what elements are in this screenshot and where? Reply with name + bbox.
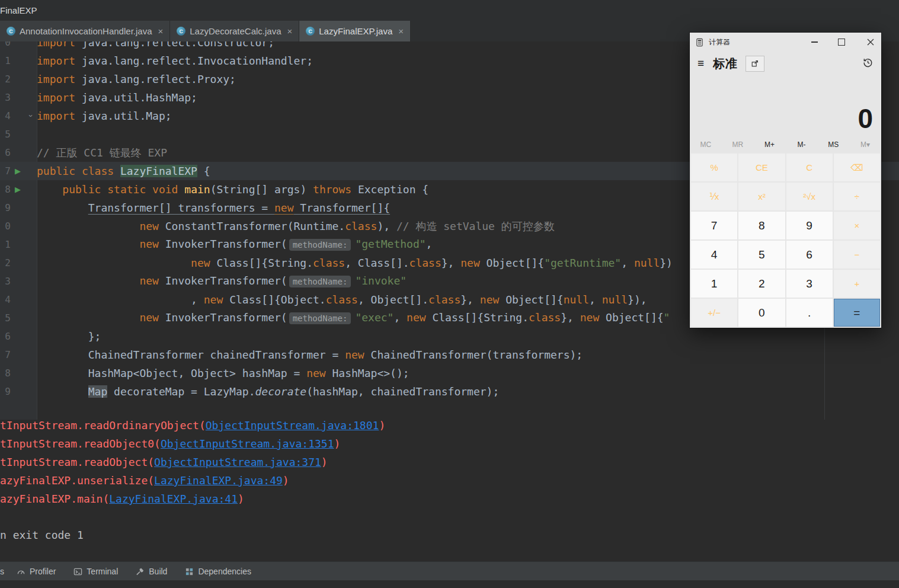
code-token: , [621,257,634,269]
code-token: void [152,183,178,196]
status-bar-strip [0,580,899,588]
code-token: import [37,91,75,104]
code-token: new [480,293,500,306]
code-token: }), [628,293,647,306]
code-line[interactable]: 8 HashMap<Object, Object> hashMap = new … [0,364,899,382]
tab-lazy-final-exp[interactable]: C LazyFinalEXP.java × [299,21,411,41]
stack-trace-line: azyFinalEXP.main(LazyFinalEXP.java:41) [0,490,899,508]
java-class-icon: C [177,27,185,36]
toolwindow-dependencies[interactable]: Dependencies [185,567,251,576]
gutter-icons [11,254,37,272]
code-token: static [107,183,146,196]
calc-key[interactable]: + [834,270,880,298]
calc-key[interactable]: 6 [786,241,833,269]
toolwindow-profiler[interactable]: Profiler [17,567,56,576]
keep-on-top-icon [751,59,759,68]
dependencies-icon [185,567,194,576]
code-token: Transformer[]{ [294,202,391,214]
memory-button[interactable]: MS [817,140,849,149]
menu-icon[interactable]: ≡ [698,57,704,70]
stack-file-link[interactable]: ObjectInputStream.java:1801 [206,420,379,432]
keep-on-top-button[interactable] [746,56,764,72]
code-text: , new Class[]{Object.class, Object[].cla… [37,290,647,309]
calculator-titlebar[interactable]: 计算器 [690,33,881,52]
memory-button[interactable]: M- [785,140,817,149]
close-tab-icon[interactable]: × [158,26,164,36]
calc-key[interactable]: +/− [691,299,737,327]
code-token: // 构造 setValue 的可控参数 [396,220,555,232]
code-token: " [664,311,670,324]
window-title: FinalEXP [0,5,37,15]
gutter-icons: › [11,107,37,125]
code-token: Exception { [351,183,428,196]
code-line[interactable]: 9 Map decorateMap = LazyMap.decorate(has… [0,382,899,401]
gutter-icons [11,382,37,401]
run-icon[interactable]: ▶ [15,180,21,199]
code-token: import [37,55,75,67]
stack-file-link[interactable]: LazyFinalEXP.java:41 [109,493,238,505]
code-token: , Object[]. [358,293,428,306]
stack-file-link[interactable]: LazyFinalEXP.java:49 [154,474,283,487]
code-token: import [37,73,75,85]
stack-file-link[interactable]: ObjectInputStream.java:371 [154,456,321,468]
minimize-button[interactable] [801,33,828,52]
close-button[interactable] [855,33,881,52]
calc-key[interactable]: % [691,154,737,181]
gutter-icons [11,88,37,107]
code-line[interactable]: 6 }; [0,327,899,346]
stack-file-link[interactable]: ObjectInputStream.java:1351 [161,437,334,450]
tab-lazy-decorate-calc[interactable]: C LazyDecorateCalc.java × [170,21,299,41]
calc-key[interactable]: 5 [738,241,785,269]
calc-key[interactable]: ⌫ [834,154,880,181]
calc-key[interactable]: 3 [786,270,833,298]
close-tab-icon[interactable]: × [398,26,404,36]
calc-key[interactable]: 7 [691,212,737,239]
code-token: ChainedTransformer(transformers); [364,349,583,361]
history-button[interactable] [863,57,873,70]
close-tab-icon[interactable]: × [287,26,293,36]
calc-key[interactable]: = [834,299,880,327]
toolwindow-build[interactable]: Build [136,567,167,576]
code-token: (hashMap, chainedTransformer); [306,385,499,398]
calc-key[interactable]: 2 [738,270,785,298]
calc-key[interactable]: ²√x [786,183,833,210]
code-token: ConstantTransformer(Runtime. [159,220,345,232]
tab-annotation-invocation-handler[interactable]: C AnnotationInvocationHandler.java × [0,21,170,41]
run-icon[interactable]: ▶ [15,162,21,180]
calc-key[interactable]: x² [738,183,785,210]
line-number: 1 [0,52,11,70]
fold-icon[interactable]: › [22,114,40,117]
calc-key[interactable]: 1 [691,270,737,298]
line-number: 9 [0,382,11,401]
calc-key[interactable]: C [786,154,833,181]
code-line[interactable]: 7 ChainedTransformer chainedTransformer … [0,346,899,364]
code-token: null [602,293,628,306]
toolwindow-terminal[interactable]: Terminal [73,567,118,576]
memory-button[interactable]: M+ [754,140,786,149]
code-token: "getRuntime" [544,257,621,269]
code-token: new [407,311,426,324]
calc-key[interactable]: ÷ [834,183,880,210]
calc-key[interactable]: 9 [786,212,833,239]
code-token: decorate [255,385,306,398]
calc-key[interactable]: ⅟x [691,183,737,210]
code-token: new [345,349,364,361]
calc-key[interactable]: 0 [738,299,785,327]
maximize-button[interactable] [828,33,855,52]
gutter-icons: ▶ [11,162,37,180]
tab-label: LazyFinalEXP.java [319,26,392,36]
window-titlebar[interactable]: FinalEXP [0,0,899,21]
calc-key[interactable]: − [834,241,880,269]
code-token: class [313,257,345,269]
code-token: new [139,220,159,232]
code-text: new Class[]{String.class, Class[].class}… [37,254,673,272]
calc-key[interactable]: 4 [691,241,737,269]
line-number: 9 [0,199,11,217]
code-token [101,183,107,196]
calc-key[interactable]: CE [738,154,785,181]
calc-key[interactable]: 8 [738,212,785,239]
code-token: InvokerTransformer( [159,274,287,287]
calc-key[interactable]: . [786,299,833,327]
clipped-toolbar-item[interactable]: s [0,567,4,576]
calc-key[interactable]: × [834,212,880,239]
